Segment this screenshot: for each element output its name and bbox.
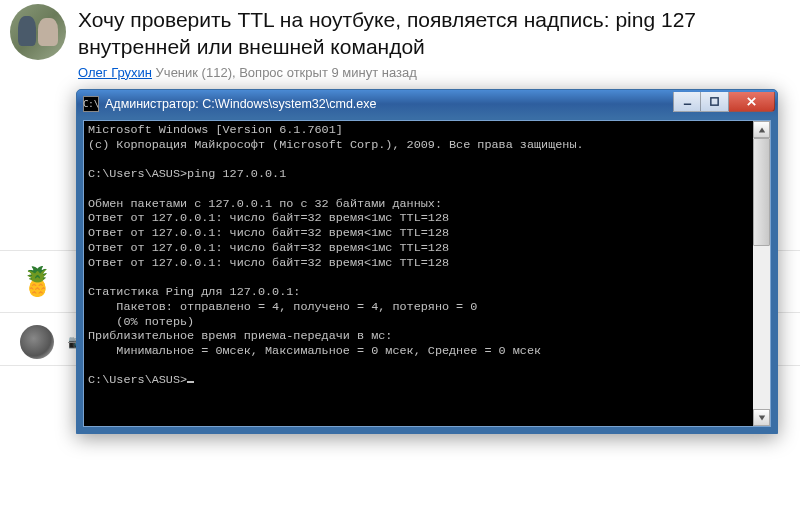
svg-marker-4 <box>758 127 764 132</box>
scroll-track[interactable] <box>753 138 770 409</box>
scroll-up-button[interactable] <box>753 121 770 138</box>
pineapple-icon: 🍍 <box>20 265 54 298</box>
question-meta: Олег Грухин Ученик (112), Вопрос открыт … <box>0 61 800 80</box>
author-link[interactable]: Олег Грухин <box>78 65 152 80</box>
scroll-down-button[interactable] <box>753 409 770 426</box>
question-title: Хочу проверить TTL на ноутбуке, появляет… <box>78 4 790 61</box>
svg-rect-1 <box>711 98 718 105</box>
cmd-window[interactable]: C:\ Администратор: C:\Windows\system32\c… <box>76 89 778 434</box>
maximize-button[interactable] <box>701 92 729 112</box>
question-status: Вопрос открыт 9 минут назад <box>239 65 417 80</box>
close-button[interactable] <box>729 92 775 112</box>
answerer-avatar[interactable] <box>20 325 54 359</box>
svg-marker-5 <box>758 415 764 420</box>
asker-avatar[interactable] <box>10 4 66 60</box>
scrollbar[interactable] <box>753 121 770 426</box>
titlebar[interactable]: C:\ Администратор: C:\Windows\system32\c… <box>77 90 777 118</box>
author-rank: Ученик (112), <box>156 65 236 80</box>
terminal-output: Microsoft Windows [Version 6.1.7601] (c)… <box>84 121 753 426</box>
minimize-button[interactable] <box>673 92 701 112</box>
cmd-icon: C:\ <box>83 96 99 112</box>
window-title: Администратор: C:\Windows\system32\cmd.e… <box>105 97 673 111</box>
scroll-thumb[interactable] <box>753 138 770 246</box>
